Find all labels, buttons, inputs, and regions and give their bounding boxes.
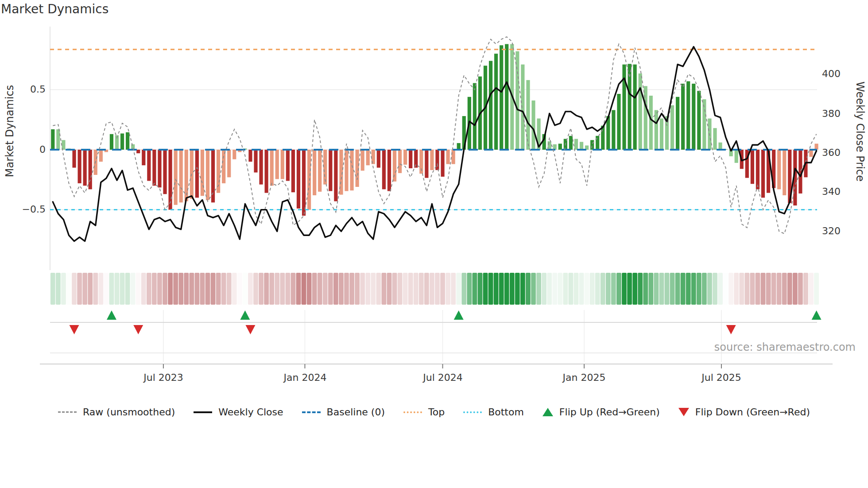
legend: Raw (unsmoothed) Weekly Close Baseline (… (0, 407, 868, 418)
right-tick-360: 360 (822, 147, 841, 158)
x-tick-jan-2025: Jan 2025 (549, 372, 620, 383)
baseline-line-icon (302, 411, 321, 413)
close-line-icon (194, 411, 212, 413)
legend-label: Raw (unsmoothed) (83, 407, 175, 418)
x-tick-jul-2023: Jul 2023 (128, 372, 199, 383)
legend-label: Flip Up (Red→Green) (559, 407, 660, 418)
bottom-line-icon (463, 411, 482, 413)
legend-item-top[interactable]: Top (403, 407, 445, 418)
left-tick-0.5: 0.5 (0, 84, 46, 95)
legend-item-raw[interactable]: Raw (unsmoothed) (58, 407, 175, 418)
right-tick-400: 400 (822, 68, 841, 79)
left-tick-0: 0 (0, 144, 46, 155)
right-axis-label: Weekly Close Price (854, 78, 866, 185)
right-tick-380: 380 (822, 108, 841, 119)
x-tick-jul-2024: Jul 2024 (407, 372, 478, 383)
legend-item-flip-down[interactable]: Flip Down (Green→Red) (678, 407, 810, 418)
left-axis-label: Market Dynamics (4, 82, 16, 180)
x-tick-jan-2024: Jan 2024 (270, 372, 341, 383)
market-dynamics-chart: Market Dynamics Market Dynamics Weekly C… (0, 0, 868, 488)
legend-item-weekly-close[interactable]: Weekly Close (194, 407, 283, 418)
legend-item-baseline[interactable]: Baseline (0) (302, 407, 385, 418)
legend-item-bottom[interactable]: Bottom (463, 407, 524, 418)
x-tick-jul-2025: Jul 2025 (686, 372, 757, 383)
source-credit: source: sharemaestro.com (714, 341, 856, 353)
legend-label: Flip Down (Green→Red) (695, 407, 810, 418)
page-title: Market Dynamics (1, 2, 108, 16)
legend-item-flip-up[interactable]: Flip Up (Red→Green) (542, 407, 660, 418)
top-line-icon (403, 411, 422, 413)
right-tick-320: 320 (822, 225, 841, 236)
legend-label: Bottom (488, 407, 524, 418)
legend-label: Top (428, 407, 445, 418)
flip-up-triangle-icon (542, 408, 553, 416)
flip-down-triangle-icon (678, 408, 689, 416)
left-tick-neg0.5: −0.5 (0, 204, 46, 215)
legend-label: Weekly Close (218, 407, 283, 418)
right-tick-340: 340 (822, 186, 841, 197)
legend-label: Baseline (0) (327, 407, 385, 418)
raw-line-icon (58, 411, 77, 413)
